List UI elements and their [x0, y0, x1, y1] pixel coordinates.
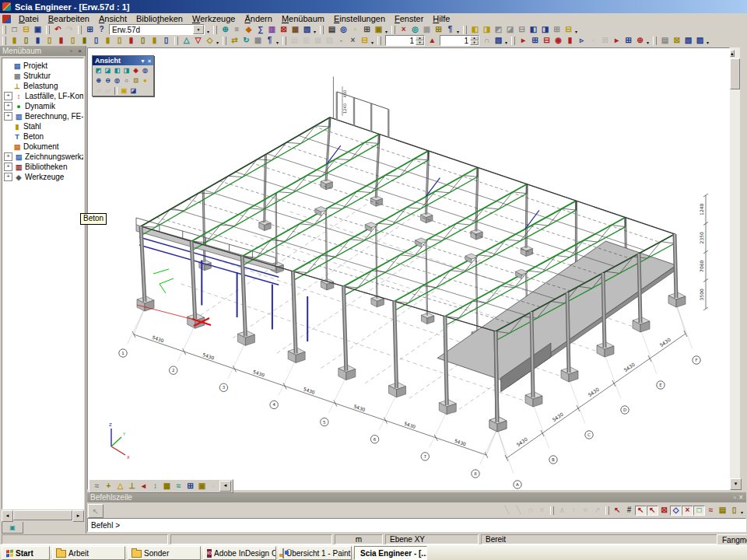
window2-icon[interactable]: ⊞: [184, 481, 196, 492]
task-button-sciaengineer[interactable]: Scia Engineer - [...: [354, 546, 427, 560]
tree-item-projekt[interactable]: ▤Projekt: [4, 61, 83, 71]
menu-menbaum[interactable]: Menübaum: [277, 13, 329, 24]
menu-ndern[interactable]: Ändern: [240, 13, 276, 24]
member-6-icon[interactable]: ▯: [67, 36, 79, 46]
menu-datei[interactable]: Datei: [14, 13, 44, 24]
document-icon[interactable]: ▫: [349, 25, 361, 35]
view-5-icon[interactable]: ⊟: [516, 25, 528, 35]
mirror-icon[interactable]: ▦: [252, 36, 264, 46]
table-icon[interactable]: ▦: [289, 25, 301, 35]
toolbar-overflow-icon[interactable]: ▾: [575, 29, 577, 34]
roof-icon[interactable]: ∩: [481, 36, 493, 46]
snap-modes-button[interactable]: Fangmodi: [717, 534, 747, 545]
view-yz-icon[interactable]: ◧: [113, 66, 121, 75]
print-icon[interactable]: ▤: [326, 25, 338, 35]
hinge-icon[interactable]: ◇: [204, 36, 216, 46]
mdi-child-icon[interactable]: [2, 15, 11, 23]
menutree-tab[interactable]: ▣: [2, 522, 23, 534]
menu-werkzeuge[interactable]: Werkzeuge: [188, 13, 240, 24]
menu-einstellungen[interactable]: Einstellungen: [329, 13, 390, 24]
dot-grid-icon[interactable]: #: [623, 506, 635, 516]
pencil-icon[interactable]: +: [103, 481, 114, 492]
swap-icon[interactable]: ↕: [149, 481, 161, 492]
snap-plane-icon[interactable]: ▤: [717, 506, 728, 516]
raster-icon[interactable]: ▦: [421, 25, 433, 35]
disp-1-icon[interactable]: ▤: [659, 36, 671, 46]
xy-table-icon[interactable]: ∑: [254, 25, 266, 35]
beam-icon[interactable]: ▯: [20, 36, 32, 46]
plane-icon[interactable]: ×: [347, 36, 359, 46]
zoom-doc-icon[interactable]: ◎: [409, 25, 421, 35]
level-spinner[interactable]: 1▲▼: [385, 35, 425, 46]
properties-icon[interactable]: ▧: [301, 25, 313, 35]
wave-icon[interactable]: ≈: [173, 481, 184, 492]
tree-item-lastf-lle--lf-kombin[interactable]: +↕Lastfälle, LF-Kombinatior: [4, 91, 83, 101]
layer-grid-icon[interactable]: ▧: [493, 36, 504, 46]
rafter-icon[interactable]: ▮: [32, 36, 44, 46]
task-button-adobeindesig[interactable]: IDAdobe InDesign C...: [203, 546, 276, 560]
viewport-vscrollbar[interactable]: ▴ ▾: [730, 47, 740, 490]
load-display-icon[interactable]: ⊥: [126, 481, 138, 492]
scroll-left-icon[interactable]: ◂: [2, 510, 13, 522]
move-icon[interactable]: ⇄: [229, 36, 240, 46]
task-button-arbeit[interactable]: Arbeit: [52, 546, 125, 560]
tree-hscrollbar[interactable]: ◂ ▸: [2, 510, 84, 520]
temp-load-icon[interactable]: ▮: [564, 36, 576, 46]
model-canvas[interactable]: 5430543054305430543054305430123456785430…: [87, 47, 730, 490]
toolbar-overflow-icon[interactable]: ▾: [457, 29, 459, 34]
member-13-icon[interactable]: ▮: [149, 36, 160, 46]
member-10-icon[interactable]: ▯: [114, 36, 125, 46]
menu-ansicht[interactable]: Ansicht: [94, 13, 132, 24]
erase-icon[interactable]: -: [335, 36, 347, 46]
expand-icon[interactable]: +: [4, 92, 12, 100]
view-xz-icon[interactable]: ◪: [103, 66, 112, 75]
snap-mid-icon[interactable]: ↖: [635, 506, 647, 516]
palette-close-icon[interactable]: ×: [148, 58, 151, 64]
start-button[interactable]: Start: [2, 546, 50, 560]
zoom-out-icon[interactable]: ⊖: [103, 76, 112, 85]
view-2-icon[interactable]: ◨: [481, 25, 493, 35]
folder2-icon[interactable]: ⊟: [359, 36, 370, 46]
layers-icon[interactable]: ≡: [231, 25, 243, 35]
zoom-in-icon[interactable]: ⊕: [94, 76, 103, 85]
menu-hilfe[interactable]: Hilfe: [428, 13, 454, 24]
tree-item-stahl[interactable]: ▮Stahl: [4, 121, 83, 131]
render-icon[interactable]: ◪: [129, 86, 138, 95]
status-unit[interactable]: m: [335, 534, 383, 544]
free-load-icon[interactable]: ▹: [576, 36, 587, 46]
cut-icon[interactable]: ×: [398, 25, 409, 35]
palette-dropdown-icon[interactable]: ▼: [140, 58, 146, 64]
tree-item-zeichnungswerkzeuge[interactable]: +▨Zeichnungswerkzeuge: [4, 152, 83, 162]
status-plane[interactable]: Ebene XY: [385, 534, 479, 544]
load-10-icon[interactable]: ⊞: [622, 36, 634, 46]
cursor-snap-icon[interactable]: ↖: [612, 506, 623, 516]
zoom-window-icon[interactable]: ◎: [113, 76, 121, 85]
toolbar-overflow-icon[interactable]: ▾: [741, 509, 743, 515]
menu-bibliotheken[interactable]: Bibliotheken: [132, 13, 188, 24]
view-3-icon[interactable]: ◩: [493, 25, 504, 35]
moment-icon[interactable]: ◉: [552, 36, 564, 46]
column-icon[interactable]: ▮: [9, 36, 20, 46]
view-axo-icon[interactable]: ◩: [94, 66, 103, 75]
open-icon[interactable]: ⊟: [20, 25, 32, 35]
snap-curve-icon[interactable]: ≈: [705, 506, 717, 516]
tree-item-beton[interactable]: TBeton: [4, 131, 83, 142]
view-4-icon[interactable]: ◪: [504, 25, 516, 35]
toolbar-overflow-icon[interactable]: ▾: [505, 40, 507, 45]
disp-3-icon[interactable]: ▧: [682, 36, 694, 46]
flag-icon[interactable]: ◂: [138, 481, 149, 492]
scroll-up-icon[interactable]: ▴: [730, 50, 735, 57]
expand-icon[interactable]: +: [4, 152, 12, 161]
disp-4-icon[interactable]: ▨: [694, 36, 706, 46]
view-camera-icon[interactable]: ◎: [141, 66, 149, 75]
close-icon[interactable]: ×: [76, 47, 83, 54]
surface-load-icon[interactable]: ⊟: [541, 36, 552, 46]
tree-item-dokument[interactable]: ▤Dokument: [4, 142, 83, 152]
undo-icon[interactable]: ↶: [52, 25, 64, 35]
save-icon[interactable]: ▣: [32, 25, 44, 35]
task-button-sonder[interactable]: Sonder: [128, 546, 201, 560]
toolbar-overflow-icon[interactable]: ▾: [207, 29, 209, 34]
bracing-icon[interactable]: ▯: [44, 36, 55, 46]
snap-cross-icon[interactable]: ×: [682, 506, 693, 516]
scroll-right-icon[interactable]: ▸: [72, 510, 84, 522]
